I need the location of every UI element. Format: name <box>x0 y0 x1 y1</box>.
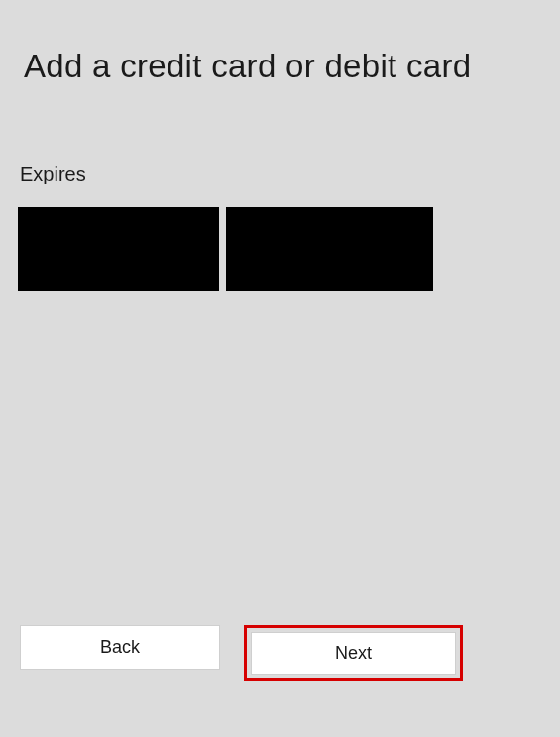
expiry-month-dropdown[interactable] <box>18 207 219 291</box>
button-row: Back Next <box>20 625 463 681</box>
page-title: Add a credit card or debit card <box>0 0 560 85</box>
expiry-year-dropdown[interactable] <box>226 207 433 291</box>
back-button[interactable]: Back <box>20 625 220 670</box>
next-button-highlight: Next <box>244 625 463 681</box>
expiry-row <box>0 185 560 291</box>
expires-label: Expires <box>0 85 560 185</box>
next-button[interactable]: Next <box>251 632 456 675</box>
